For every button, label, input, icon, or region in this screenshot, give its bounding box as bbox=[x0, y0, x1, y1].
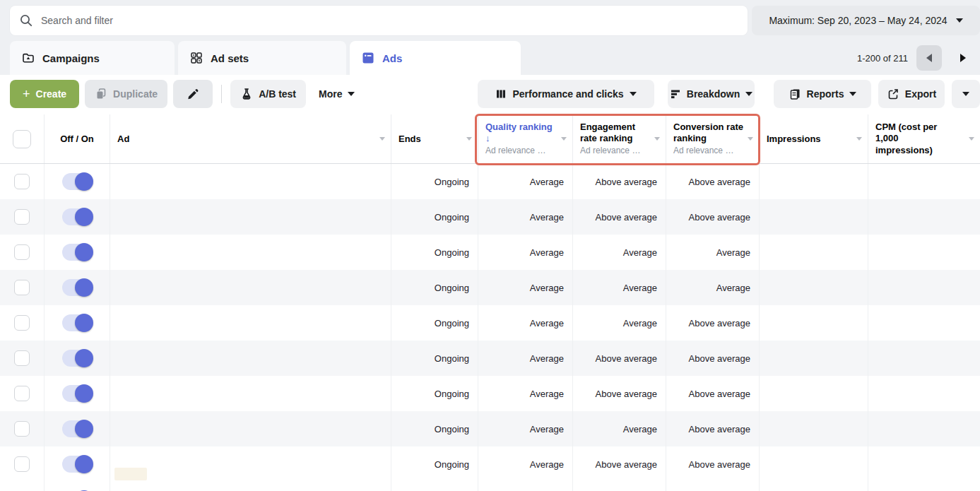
columns-preset-button[interactable]: Performance and clicks bbox=[478, 80, 654, 108]
row-ad-cell bbox=[110, 446, 391, 482]
reports-button[interactable]: Reports bbox=[774, 80, 871, 108]
sort-caret-icon bbox=[561, 137, 567, 141]
header-off-on-label: Off / On bbox=[60, 134, 94, 144]
pagination-range-label: 1-200 of 211 bbox=[857, 53, 908, 64]
row-cpm-value bbox=[868, 446, 980, 482]
ab-test-button[interactable]: A/B test bbox=[230, 80, 306, 108]
more-actions-dropdown-button[interactable] bbox=[952, 80, 980, 108]
flask-icon bbox=[240, 88, 253, 100]
previous-page-button[interactable] bbox=[916, 45, 942, 71]
header-impressions-label: Impressions bbox=[767, 134, 821, 144]
export-button[interactable]: Export bbox=[878, 80, 945, 108]
header-cpm[interactable]: CPM (cost per 1,000 impressions) bbox=[868, 114, 980, 163]
table-row: Ongoing Average Average Above average bbox=[0, 305, 980, 341]
row-checkbox[interactable] bbox=[14, 244, 30, 260]
row-select-cell bbox=[0, 446, 44, 482]
header-conversion-rate-ranking[interactable]: Conversion rate ranking Ad relevance … bbox=[666, 114, 759, 163]
row-checkbox[interactable] bbox=[14, 350, 30, 366]
tab-ads[interactable]: Ads bbox=[350, 41, 521, 75]
header-engagement-rate-ranking[interactable]: Engagement rate ranking Ad relevance … bbox=[572, 114, 666, 163]
row-cpm-value bbox=[868, 376, 980, 411]
row-select-cell bbox=[0, 305, 44, 341]
ad-on-off-toggle[interactable] bbox=[62, 385, 92, 402]
breakdown-button[interactable]: Breakdown bbox=[668, 80, 755, 108]
row-select-cell bbox=[0, 164, 44, 199]
toggle-knob bbox=[75, 384, 93, 403]
tab-ads-label: Ads bbox=[382, 52, 402, 64]
row-checkbox[interactable] bbox=[14, 209, 30, 225]
row-impressions-value bbox=[759, 199, 868, 235]
toggle-knob bbox=[75, 278, 93, 297]
table-row: Ongoing Average Average Average bbox=[0, 270, 980, 305]
toolbar-right: Performance and clicks Breakdown Reports… bbox=[478, 80, 980, 108]
search-and-filter-bar[interactable] bbox=[10, 6, 748, 35]
toggle-knob bbox=[75, 208, 93, 226]
row-impressions-value bbox=[759, 235, 868, 270]
row-engagement-rate-ranking-value: Average bbox=[572, 270, 666, 305]
header-ad[interactable]: Ad bbox=[110, 114, 391, 163]
select-all-checkbox[interactable] bbox=[13, 130, 31, 148]
table-row: Ongoing Average Above average Above aver… bbox=[0, 446, 980, 482]
create-button[interactable]: + Create bbox=[10, 80, 79, 108]
chevron-left-icon bbox=[926, 54, 932, 62]
row-checkbox[interactable] bbox=[14, 280, 30, 295]
row-impressions-value bbox=[759, 482, 868, 491]
row-checkbox[interactable] bbox=[14, 174, 30, 189]
date-range-label: Maximum: Sep 20, 2023 – May 24, 2024 bbox=[769, 15, 947, 26]
tab-campaigns-label: Campaigns bbox=[42, 52, 100, 64]
row-ad-cell bbox=[110, 482, 391, 491]
ad-on-off-toggle[interactable] bbox=[62, 173, 92, 190]
row-conversion-rate-ranking-value: Above average bbox=[666, 411, 759, 446]
edit-button[interactable] bbox=[173, 80, 213, 108]
header-cpm-label: CPM (cost per 1,000 impressions) bbox=[875, 122, 946, 156]
row-impressions-value bbox=[759, 446, 868, 482]
row-ad-cell bbox=[110, 305, 391, 341]
date-range-button[interactable]: Maximum: Sep 20, 2023 – May 24, 2024 bbox=[752, 6, 980, 35]
columns-icon bbox=[495, 88, 507, 100]
chevron-down-icon bbox=[745, 92, 752, 96]
table-row: Ongoing Average Average Above average bbox=[0, 411, 980, 446]
row-select-cell bbox=[0, 235, 44, 270]
ad-on-off-toggle[interactable] bbox=[62, 279, 92, 296]
row-cpm-value bbox=[868, 411, 980, 446]
duplicate-button[interactable]: Duplicate bbox=[85, 80, 167, 108]
duplicate-button-label: Duplicate bbox=[113, 88, 158, 100]
ad-on-off-toggle[interactable] bbox=[62, 350, 92, 367]
row-cpm-value bbox=[868, 235, 980, 270]
ads-table-panel: + Create Duplicate A/B test More bbox=[0, 75, 980, 491]
row-conversion-rate-ranking-value: Average bbox=[666, 235, 759, 270]
header-impressions[interactable]: Impressions bbox=[759, 114, 868, 163]
ad-on-off-toggle[interactable] bbox=[62, 420, 92, 437]
next-page-button[interactable] bbox=[950, 45, 976, 71]
toggle-knob bbox=[75, 455, 93, 473]
row-checkbox[interactable] bbox=[14, 421, 30, 437]
pagination: 1-200 of 211 bbox=[857, 45, 976, 71]
row-ends-value: Ongoing bbox=[391, 199, 478, 235]
row-ends-value: Ongoing bbox=[391, 305, 478, 341]
ads-icon bbox=[361, 51, 375, 65]
ad-on-off-toggle[interactable] bbox=[62, 244, 92, 261]
row-conversion-rate-ranking-value: Average bbox=[666, 270, 759, 305]
tab-ad-sets[interactable]: Ad sets bbox=[178, 41, 346, 75]
row-toggle-cell bbox=[44, 482, 110, 491]
more-button[interactable]: More bbox=[312, 80, 362, 108]
row-quality-ranking-value bbox=[478, 482, 572, 491]
row-checkbox[interactable] bbox=[14, 386, 30, 401]
tab-campaigns[interactable]: Campaigns bbox=[10, 41, 175, 75]
row-select-cell bbox=[0, 199, 44, 235]
search-input[interactable] bbox=[41, 15, 738, 26]
chevron-down-icon bbox=[630, 92, 637, 96]
row-ends-value bbox=[391, 482, 478, 491]
ad-on-off-toggle[interactable] bbox=[62, 456, 92, 473]
sort-caret-icon bbox=[379, 137, 385, 141]
header-quality-ranking[interactable]: Quality ranking ↓ Ad relevance … bbox=[478, 114, 572, 163]
row-select-cell bbox=[0, 411, 44, 446]
row-checkbox[interactable] bbox=[14, 315, 30, 331]
ad-on-off-toggle[interactable] bbox=[62, 208, 92, 225]
row-select-cell bbox=[0, 341, 44, 376]
header-ends[interactable]: Ends bbox=[391, 114, 478, 163]
ad-on-off-toggle[interactable] bbox=[62, 314, 92, 331]
toggle-knob bbox=[75, 349, 93, 367]
row-checkbox[interactable] bbox=[14, 456, 30, 472]
row-impressions-value bbox=[759, 341, 868, 376]
